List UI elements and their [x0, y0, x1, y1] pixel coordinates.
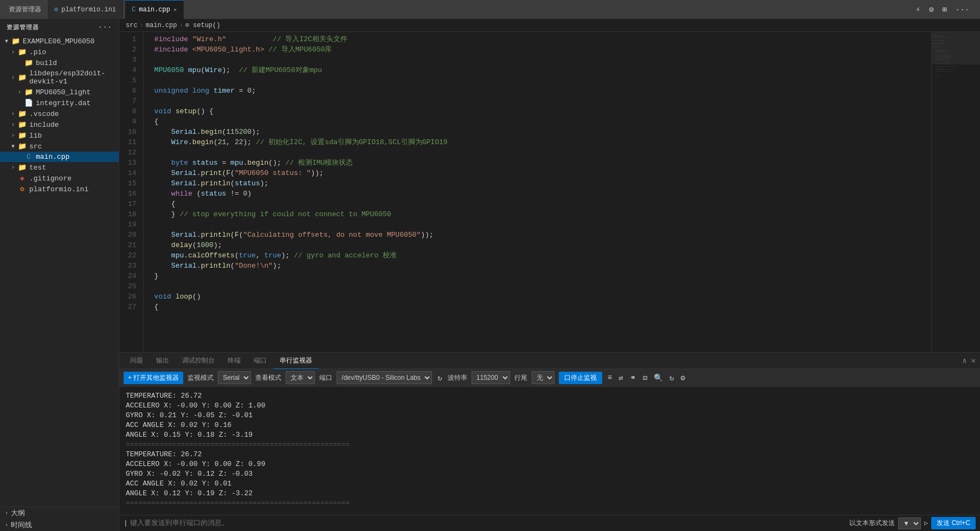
code-editor[interactable]: 1234567891011121314151617181920212223242…: [119, 32, 980, 352]
serial-output[interactable]: TEMPERATURE: 26.72ACCELERO X: -0.00 Y: 0…: [119, 387, 980, 515]
folder-icon: 📁: [24, 88, 34, 96]
sidebar-item-example06[interactable]: ▼ 📁 EXAMPLE06_MPU6050: [0, 36, 119, 47]
view-label: 查看模式: [255, 373, 281, 383]
breadcrumb-sep1: ›: [140, 22, 144, 29]
expand-arrow: ›: [9, 75, 17, 81]
refresh-icon[interactable]: ↻: [436, 373, 443, 383]
sidebar-item-include[interactable]: › 📁 include: [0, 119, 119, 130]
baud-select[interactable]: 115200: [472, 371, 510, 384]
search-output-icon[interactable]: 🔍: [653, 373, 664, 383]
send-arrow-icon[interactable]: ▷: [924, 519, 928, 527]
tab-bar: 资源管理器 ⚙ platformio.ini C main.cpp ✕: [4, 0, 913, 19]
folder-icon: 📁: [17, 48, 27, 56]
mode-select[interactable]: Serial: [218, 371, 251, 384]
serial-toolbar: + 打开其他监视器 监视模式 Serial 查看模式 文本 端口 /dev/tt…: [119, 369, 980, 387]
run-icon[interactable]: ⚡: [913, 4, 922, 15]
tab-ports[interactable]: 端口: [247, 353, 273, 369]
collapse-panel-icon[interactable]: ∧: [962, 356, 966, 365]
minimap-highlight: [932, 32, 980, 64]
sidebar-item-build[interactable]: 📁 build: [0, 57, 119, 68]
serial-output-line: TEMPERATURE: 26.72: [126, 391, 973, 401]
line-select[interactable]: 无: [532, 371, 555, 384]
file-icon: 📄: [24, 99, 34, 107]
serial-output-line: ACC ANGLE X: 0.02 Y: 0.01: [126, 479, 973, 489]
sidebar-item-outline[interactable]: › 大纲: [0, 507, 119, 519]
panel-tab-right-actions: ∧ ✕: [962, 356, 976, 365]
serial-input-field[interactable]: [130, 519, 849, 527]
tab-platformio[interactable]: ⚙ platformio.ini: [48, 0, 123, 19]
tab-serial-monitor[interactable]: 串行监视器: [273, 353, 319, 369]
serial-output-line: ACCELERO X: -0.00 Y: 0.00 Z: 1.00: [126, 401, 973, 411]
send-mode-select[interactable]: ▼: [898, 517, 921, 529]
code-line-17: {: [144, 199, 931, 209]
ini-icon: ⚙: [17, 185, 27, 193]
code-line-3: [144, 55, 931, 65]
copy-icon[interactable]: ⊡: [642, 373, 648, 383]
sidebar-item-lib[interactable]: › 📁 lib: [0, 130, 119, 141]
cpp-icon: C: [132, 6, 136, 14]
expand-arrow: ▼: [9, 144, 17, 150]
mode-label: 监视模式: [188, 373, 214, 383]
expand-arrow: ›: [9, 111, 17, 117]
sidebar-item-pio[interactable]: › 📁 .pio: [0, 47, 119, 57]
code-line-7: [144, 96, 931, 106]
port-label: 端口: [319, 373, 332, 383]
folder-label: include: [29, 121, 119, 129]
file-label: main.cpp: [36, 153, 119, 161]
breadcrumb-src: src: [126, 22, 138, 29]
sync-icon[interactable]: ⇄: [617, 373, 624, 383]
tab-terminal[interactable]: 终端: [221, 353, 247, 369]
code-line-1: #include "Wire.h" // 导入I2C相关头文件: [144, 34, 931, 44]
sidebar-item-test[interactable]: › 📁 test: [0, 162, 119, 173]
code-line-24: }: [144, 271, 931, 281]
outline-label: 大纲: [11, 508, 119, 518]
cpp-file-icon: C: [24, 153, 34, 161]
tab-output[interactable]: 输出: [150, 353, 176, 369]
sidebar-item-timeline[interactable]: › 时间线: [0, 519, 119, 531]
sidebar-item-src[interactable]: ▼ 📁 src: [0, 141, 119, 152]
sidebar-item-vscode[interactable]: › 📁 .vscode: [0, 108, 119, 119]
tab-maincpp[interactable]: C main.cpp ✕: [125, 0, 184, 19]
tab-problems[interactable]: 问题: [124, 353, 150, 369]
sidebar-item-platformioini[interactable]: ⚙ platformio.ini: [0, 184, 119, 195]
serial-output-line: ========================================…: [126, 440, 973, 450]
more-icon[interactable]: ···: [953, 4, 971, 15]
folder-icon: 📁: [17, 163, 27, 172]
send-button[interactable]: 发送 Ctrl+C: [931, 517, 976, 529]
sidebar-item-libdeps[interactable]: › 📁 libdeps/esp32doit-devkit-v1: [0, 68, 119, 87]
folder-label: libdeps/esp32doit-devkit-v1: [29, 69, 119, 86]
title-bar: 资源管理器 ⚙ platformio.ini C main.cpp ✕ ⚡ ⚙ …: [0, 0, 980, 19]
tab-debug-console[interactable]: 调试控制台: [176, 353, 221, 369]
sidebar-item-gitignore[interactable]: ◈ .gitignore: [0, 173, 119, 184]
more-actions-icon[interactable]: ···: [98, 23, 112, 31]
serial-output-line: ANGLE X: 0.15 Y: 0.18 Z: -3.19: [126, 430, 973, 440]
code-line-8: void setup() {: [144, 106, 931, 116]
code-line-4: MPU6050 mpu(Wire); // 新建MPU6050对象mpu: [144, 65, 931, 75]
sidebar: 资源管理器 ··· ▼ 📁 EXAMPLE06_MPU6050 › 📁 .pio…: [0, 19, 119, 531]
folder-icon: 📁: [17, 73, 27, 82]
folder-label: EXAMPLE06_MPU6050: [23, 37, 119, 46]
code-line-20: Serial.println(F("Calculating offsets, d…: [144, 230, 931, 240]
settings2-icon[interactable]: ⚙: [680, 373, 686, 383]
sidebar-item-integrity[interactable]: 📄 integrity.dat: [0, 98, 119, 108]
link-icon[interactable]: ⚭: [629, 373, 637, 383]
close-panel-icon[interactable]: ✕: [971, 356, 976, 365]
folder-icon: 📁: [11, 37, 21, 46]
sidebar-item-mpu6050[interactable]: › 📁 MPU6050_light: [0, 87, 119, 98]
sidebar-item-maincpp[interactable]: C main.cpp: [0, 152, 119, 162]
settings-icon[interactable]: ⚙: [927, 4, 936, 15]
expand-arrow: ›: [2, 522, 11, 528]
tab-close-icon[interactable]: ✕: [173, 7, 177, 13]
list-icon[interactable]: ≡: [607, 373, 613, 382]
view-select[interactable]: 文本: [286, 371, 315, 384]
code-content[interactable]: #include "Wire.h" // 导入I2C相关头文件#include …: [144, 32, 931, 352]
port-select[interactable]: /dev/ttyUSB0 - Silicon Labs: [337, 371, 432, 384]
layout-icon[interactable]: ⊞: [940, 4, 949, 15]
refresh2-icon[interactable]: ↻: [668, 373, 675, 383]
code-line-13: byte status = mpu.begin(); // 检测IMU模块状态: [144, 158, 931, 168]
expand-arrow: ›: [9, 122, 17, 128]
file-label: platformio.ini: [29, 185, 119, 193]
code-line-16: while (status != 0): [144, 189, 931, 199]
stop-monitor-button[interactable]: 口停止监视: [559, 372, 602, 384]
open-monitor-button[interactable]: + 打开其他监视器: [124, 372, 183, 384]
